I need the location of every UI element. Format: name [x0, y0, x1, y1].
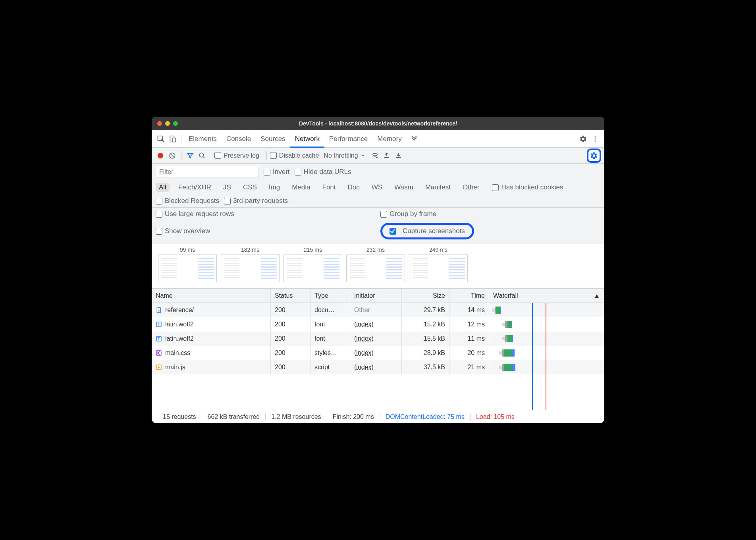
cell-size: 15.2 kB — [402, 317, 449, 332]
cell-initiator[interactable]: (index) — [350, 332, 402, 346]
filter-type-js[interactable]: JS — [220, 183, 234, 192]
capture-screenshots-checkbox[interactable]: Capture screenshots — [380, 223, 474, 239]
screenshot-thumb[interactable]: 232 ms — [346, 247, 405, 282]
cell-name: latin.woff2 — [152, 332, 271, 346]
cell-time: 11 ms — [449, 332, 489, 346]
cell-size: 37.5 kB — [402, 360, 449, 374]
cell-status: 200 — [271, 317, 310, 332]
table-row[interactable]: latin.woff2200font(index)15.2 kB12 ms — [152, 317, 604, 332]
screenshot-thumb[interactable]: 182 ms — [221, 247, 280, 282]
svg-rect-10 — [396, 157, 401, 158]
cell-time: 12 ms — [449, 317, 489, 332]
status-requests: 15 requests — [157, 413, 202, 420]
filter-type-manifest[interactable]: Manifest — [422, 183, 454, 192]
col-type[interactable]: Type — [310, 289, 350, 303]
screenshot-thumb[interactable]: 249 ms — [409, 247, 468, 282]
cell-initiator: Other — [350, 303, 402, 317]
tab-memory[interactable]: Memory — [372, 130, 406, 148]
svg-point-16 — [158, 367, 160, 368]
tab-sources[interactable]: Sources — [256, 130, 290, 148]
status-bar: 15 requests 662 kB transferred 1.2 MB re… — [152, 410, 604, 423]
svg-point-7 — [199, 153, 204, 157]
col-size[interactable]: Size — [402, 289, 449, 303]
blocked-requests-checkbox[interactable]: Blocked Requests — [156, 197, 219, 205]
filter-type-other[interactable]: Other — [459, 183, 483, 192]
tab-console[interactable]: Console — [222, 130, 256, 148]
more-tabs-icon[interactable] — [408, 133, 420, 145]
file-type-icon — [156, 307, 162, 313]
svg-point-8 — [376, 156, 378, 158]
tab-network[interactable]: Network — [290, 130, 324, 148]
cell-initiator[interactable]: (index) — [350, 346, 402, 360]
invert-checkbox[interactable]: Invert — [264, 168, 290, 176]
table-row[interactable]: main.js200script(index)37.5 kB21 ms — [152, 360, 604, 374]
filter-input[interactable] — [156, 166, 259, 178]
screenshot-thumb[interactable]: 215 ms — [284, 247, 342, 282]
filter-type-all[interactable]: All — [156, 183, 170, 192]
import-har-icon[interactable] — [381, 150, 392, 161]
table-header[interactable]: Name Status Type Initiator Size Time Wat… — [152, 289, 604, 303]
screenshot-filmstrip: 99 ms182 ms215 ms232 ms249 ms — [152, 244, 604, 288]
device-toolbar-icon[interactable] — [167, 133, 179, 145]
screenshot-thumb[interactable]: 99 ms — [158, 247, 217, 282]
table-row[interactable]: reference/200docu…Other29.7 kB14 ms — [152, 303, 604, 317]
col-waterfall[interactable]: Waterfall▲ — [489, 289, 604, 303]
col-initiator[interactable]: Initiator — [350, 289, 402, 303]
col-name[interactable]: Name — [152, 289, 271, 303]
titlebar: DevTools - localhost:8080/docs/devtools/… — [152, 117, 604, 130]
tab-performance[interactable]: Performance — [324, 130, 372, 148]
show-overview-checkbox[interactable]: Show overview — [156, 227, 210, 235]
cell-name: main.js — [152, 360, 271, 374]
cell-waterfall — [489, 360, 604, 374]
search-icon[interactable] — [197, 150, 208, 161]
table-row[interactable]: latin.woff2200font(index)15.5 kB11 ms — [152, 332, 604, 346]
status-transferred: 662 kB transferred — [202, 413, 266, 420]
table-row[interactable]: main.css200styles…(index)28.9 kB20 ms — [152, 346, 604, 360]
filter-icon[interactable] — [185, 150, 196, 161]
clear-button[interactable] — [167, 150, 178, 161]
filter-type-wasm[interactable]: Wasm — [391, 183, 417, 192]
record-button[interactable] — [155, 150, 166, 161]
hide-data-urls-checkbox[interactable]: Hide data URLs — [295, 168, 351, 176]
filter-type-fetch-xhr[interactable]: Fetch/XHR — [175, 183, 214, 192]
dcl-marker-line — [532, 303, 533, 410]
status-load: Load: 105 ms — [471, 413, 520, 420]
file-type-icon — [156, 364, 162, 370]
kebab-menu-icon[interactable] — [589, 133, 601, 145]
svg-point-5 — [595, 140, 596, 141]
sort-indicator-icon: ▲ — [594, 292, 600, 299]
network-conditions-icon[interactable] — [369, 150, 380, 161]
cell-type: script — [310, 360, 350, 374]
col-time[interactable]: Time — [449, 289, 489, 303]
cell-status: 200 — [271, 346, 310, 360]
svg-rect-2 — [173, 138, 176, 142]
filter-type-font[interactable]: Font — [319, 183, 339, 192]
col-status[interactable]: Status — [271, 289, 310, 303]
throttling-select[interactable]: No throttling — [324, 152, 365, 159]
has-blocked-cookies-checkbox[interactable]: Has blocked cookies — [492, 183, 563, 191]
filter-type-img[interactable]: Img — [266, 183, 283, 192]
screenshot-image — [284, 255, 342, 282]
filter-type-media[interactable]: Media — [289, 183, 313, 192]
filter-type-css[interactable]: CSS — [240, 183, 260, 192]
cell-waterfall — [489, 332, 604, 346]
tab-elements[interactable]: Elements — [184, 130, 222, 148]
group-by-frame-checkbox[interactable]: Group by frame — [380, 210, 436, 218]
export-har-icon[interactable] — [393, 150, 404, 161]
requests-table: Name Status Type Initiator Size Time Wat… — [152, 288, 604, 410]
preserve-log-checkbox[interactable]: Preserve log — [214, 152, 259, 159]
cell-initiator[interactable]: (index) — [350, 317, 402, 332]
cell-initiator[interactable]: (index) — [350, 360, 402, 374]
filter-panel: Invert Hide data URLs AllFetch/XHRJSCSSI… — [152, 164, 604, 244]
disable-cache-checkbox[interactable]: Disable cache — [270, 152, 319, 159]
network-settings-button[interactable] — [587, 148, 601, 163]
large-rows-checkbox[interactable]: Use large request rows — [156, 210, 234, 218]
settings-gear-icon[interactable] — [577, 133, 589, 145]
filter-type-doc[interactable]: Doc — [345, 183, 363, 192]
third-party-checkbox[interactable]: 3rd-party requests — [224, 197, 288, 205]
devtools-tabs: ElementsConsoleSourcesNetworkPerformance… — [152, 130, 604, 148]
chevron-down-icon — [361, 153, 365, 158]
screenshot-timestamp: 182 ms — [241, 247, 259, 253]
inspect-icon[interactable] — [155, 133, 167, 145]
filter-type-ws[interactable]: WS — [368, 183, 386, 192]
